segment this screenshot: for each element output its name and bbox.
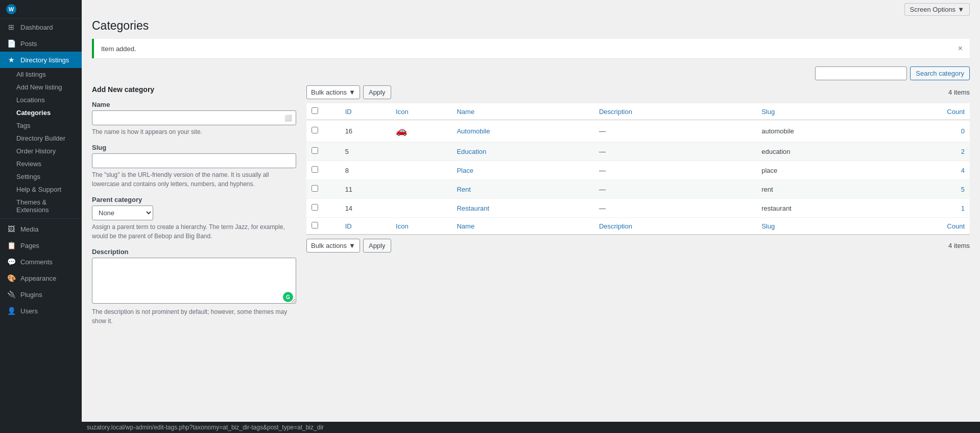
- chevron-down-icon: ▼: [958, 6, 964, 13]
- table-row: 5 Education — education 2: [306, 142, 970, 161]
- row-count-link[interactable]: 2: [961, 148, 965, 155]
- select-all-checkbox[interactable]: [312, 107, 318, 114]
- sidebar-sub-directory-builder[interactable]: Directory Builder: [0, 132, 82, 145]
- slug-input[interactable]: [92, 153, 296, 168]
- form-group-name: Name ⬜ The name is how it appears on you…: [92, 101, 296, 136]
- search-category-input[interactable]: [815, 66, 907, 80]
- row-checkbox[interactable]: [312, 127, 318, 133]
- sidebar-sub-categories[interactable]: Categories: [0, 106, 82, 119]
- row-count-link[interactable]: 5: [961, 186, 965, 193]
- bottom-bulk-actions-select[interactable]: Bulk actions ▼: [306, 239, 360, 253]
- row-checkbox[interactable]: [312, 147, 318, 154]
- bulk-actions-select[interactable]: Bulk actions ▼: [306, 85, 360, 99]
- footer-col-count: Count: [909, 218, 970, 235]
- sidebar-item-media[interactable]: 🖼 Media: [0, 221, 82, 237]
- form-panel: Add New category Name ⬜ The name is how …: [92, 85, 296, 333]
- grammarly-icon: G: [283, 292, 293, 302]
- row-checkbox[interactable]: [312, 166, 318, 173]
- sidebar-sub-themes-extensions[interactable]: Themes & Extensions: [0, 196, 82, 216]
- sidebar-sub-help-support[interactable]: Help & Support: [0, 183, 82, 196]
- search-row: Search category: [92, 66, 970, 80]
- row-count-link[interactable]: 1: [961, 204, 965, 212]
- row-slug-cell: automobile: [756, 120, 909, 142]
- row-count-link[interactable]: 4: [961, 167, 965, 174]
- row-id-cell: 8: [340, 161, 391, 180]
- col-header-icon[interactable]: Icon: [391, 103, 451, 120]
- row-count-cell: 0: [909, 120, 970, 142]
- col-header-slug[interactable]: Slug: [756, 103, 909, 120]
- page-title: Categories: [92, 19, 970, 33]
- sidebar: W ⊞ Dashboard 📄 Posts ★ Directory listin…: [0, 0, 82, 433]
- row-name-cell: Place: [451, 161, 593, 180]
- search-category-button[interactable]: Search category: [910, 66, 970, 80]
- sidebar-item-label: Users: [20, 307, 38, 315]
- sidebar-item-directory-listings[interactable]: ★ Directory listings: [0, 52, 82, 68]
- row-count-cell: 5: [909, 180, 970, 199]
- two-col-layout: Add New category Name ⬜ The name is how …: [92, 85, 970, 333]
- form-group-parent: Parent category None Assign a parent ter…: [92, 196, 296, 241]
- toolbar-right: 4 items: [948, 88, 970, 96]
- sidebar-sub-all-listings[interactable]: All listings: [0, 68, 82, 81]
- col-header-name[interactable]: Name: [451, 103, 593, 120]
- sidebar-header: W: [0, 0, 82, 19]
- sidebar-item-label: Comments: [20, 258, 53, 266]
- row-name-link[interactable]: Education: [457, 148, 486, 155]
- row-icon-cell: [391, 142, 451, 161]
- col-header-id[interactable]: ID: [340, 103, 391, 120]
- status-url: suzatory.local/wp-admin/edit-tags.php?ta…: [87, 424, 324, 431]
- sidebar-sub-order-history[interactable]: Order History: [0, 145, 82, 157]
- row-id-cell: 16: [340, 120, 391, 142]
- sidebar-sub-settings[interactable]: Settings: [0, 170, 82, 183]
- input-icon: ⬜: [284, 115, 292, 122]
- col-header-description[interactable]: Description: [594, 103, 756, 120]
- pages-icon: 📋: [6, 241, 16, 249]
- footer-col-slug: Slug: [756, 218, 909, 235]
- sidebar-item-plugins[interactable]: 🔌 Plugins: [0, 286, 82, 303]
- sidebar-item-posts[interactable]: 📄 Posts: [0, 35, 82, 52]
- form-group-slug: Slug The "slug" is the URL-friendly vers…: [92, 144, 296, 189]
- appearance-icon: 🎨: [6, 274, 16, 282]
- sidebar-sub-reviews[interactable]: Reviews: [0, 157, 82, 170]
- apply-button[interactable]: Apply: [363, 85, 391, 99]
- table-header-row: ID Icon Name Description Slug Count: [306, 103, 970, 120]
- sidebar-sub-add-new-listing[interactable]: Add New listing: [0, 81, 82, 94]
- col-header-count[interactable]: Count: [909, 103, 970, 120]
- sidebar-sub-tags[interactable]: Tags: [0, 119, 82, 132]
- sidebar-item-dashboard[interactable]: ⊞ Dashboard: [0, 19, 82, 35]
- name-input-wrapper: ⬜: [92, 110, 296, 125]
- sidebar-item-comments[interactable]: 💬 Comments: [0, 254, 82, 270]
- bottom-apply-button[interactable]: Apply: [363, 239, 391, 253]
- row-name-link[interactable]: Restaurant: [457, 204, 489, 212]
- row-name-link[interactable]: Automobile: [457, 127, 490, 135]
- row-checkbox[interactable]: [312, 185, 318, 192]
- name-hint: The name is how it appears on your site.: [92, 127, 296, 136]
- parent-hint: Assign a parent term to create a hierarc…: [92, 222, 296, 241]
- screen-options-button[interactable]: Screen Options ▼: [904, 3, 970, 16]
- notice-bar: Item added. ×: [92, 39, 970, 58]
- parent-category-select[interactable]: None: [92, 206, 153, 220]
- row-name-cell: Restaurant: [451, 199, 593, 218]
- row-count-cell: 1: [909, 199, 970, 218]
- row-name-link[interactable]: Place: [457, 167, 473, 174]
- sidebar-divider: [0, 218, 82, 219]
- sidebar-item-pages[interactable]: 📋 Pages: [0, 237, 82, 254]
- sidebar-item-users[interactable]: 👤 Users: [0, 303, 82, 319]
- row-count-link[interactable]: 0: [961, 127, 965, 135]
- textarea-wrapper: G: [92, 258, 296, 305]
- sidebar-item-label: Dashboard: [20, 24, 53, 31]
- description-textarea[interactable]: [92, 258, 296, 304]
- row-name-link[interactable]: Rent: [457, 186, 470, 193]
- row-description-cell: —: [594, 180, 756, 199]
- sidebar-item-label: Media: [20, 225, 38, 233]
- notice-close-button[interactable]: ×: [958, 44, 963, 53]
- row-name-cell: Rent: [451, 180, 593, 199]
- users-icon: 👤: [6, 307, 16, 315]
- footer-select-all-checkbox[interactable]: [312, 222, 318, 229]
- status-bar: suzatory.local/wp-admin/edit-tags.php?ta…: [82, 422, 980, 433]
- slug-hint: The "slug" is the URL-friendly version o…: [92, 170, 296, 189]
- row-checkbox[interactable]: [312, 204, 318, 211]
- sidebar-item-appearance[interactable]: 🎨 Appearance: [0, 270, 82, 286]
- name-input[interactable]: [92, 110, 296, 125]
- sidebar-sub-locations[interactable]: Locations: [0, 94, 82, 106]
- name-label: Name: [92, 101, 296, 108]
